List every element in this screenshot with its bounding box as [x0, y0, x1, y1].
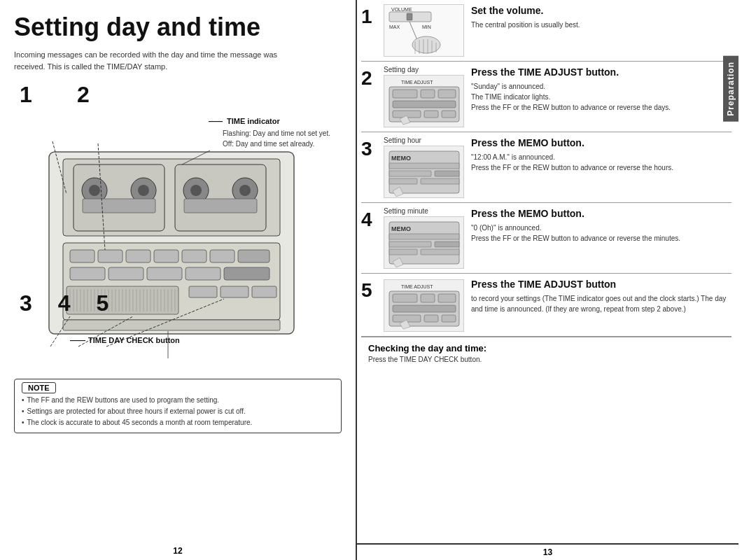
step-number-2: 2: [361, 66, 381, 88]
svg-text:MIN: MIN: [422, 24, 431, 29]
checking-desc: Press the TIME DAY CHECK button.: [368, 356, 724, 363]
svg-rect-16: [98, 250, 122, 262]
svg-point-4: [89, 185, 100, 196]
step-desc-5: to record your settings (The TIME indica…: [471, 293, 732, 314]
time-day-check-label: ——TIME DAY CHECK button: [70, 336, 180, 344]
note-box: NOTE The FF and the REW buttons are used…: [14, 379, 342, 433]
svg-rect-62: [63, 320, 280, 330]
svg-rect-104: [389, 241, 431, 247]
svg-rect-116: [424, 315, 438, 322]
checking-title: Checking the day and time:: [368, 343, 724, 354]
svg-rect-60: [220, 286, 248, 298]
page-container: Setting day and time Incoming messages c…: [0, 0, 756, 560]
note-item-2: Settings are protected for about three h…: [22, 406, 334, 417]
step-title-5: Press the TIME ADJUST button: [471, 278, 732, 290]
svg-rect-111: [393, 294, 417, 302]
svg-text:TIME ADJUST: TIME ADJUST: [401, 80, 433, 85]
svg-rect-24: [147, 267, 182, 280]
svg-rect-26: [224, 267, 270, 280]
svg-rect-90: [424, 111, 438, 118]
svg-rect-20: [210, 250, 234, 262]
svg-rect-106: [389, 249, 417, 255]
svg-rect-95: [389, 163, 459, 169]
svg-text:TIME ADJUST: TIME ADJUST: [401, 284, 433, 289]
step-title-1: Set the volume.: [471, 4, 732, 17]
page-title: Setting day and time: [14, 13, 342, 42]
svg-rect-7: [83, 199, 155, 213]
svg-rect-88: [393, 101, 456, 108]
step-content-5: Press the TIME ADJUST button to record y…: [471, 278, 732, 314]
svg-rect-59: [189, 286, 217, 298]
step-title-2: Press the TIME ADJUST button.: [471, 66, 732, 78]
note-title: NOTE: [22, 384, 334, 392]
page-number-left: 12: [173, 546, 182, 556]
step-desc-2: "Sunday" is announced. The TIME indicato…: [471, 81, 732, 113]
step-content-1: Set the volume. The central position is …: [471, 4, 732, 30]
svg-rect-13: [184, 199, 257, 213]
svg-rect-23: [108, 267, 144, 280]
note-item-1: The FF and the REW buttons are used to p…: [22, 395, 334, 406]
svg-rect-25: [186, 267, 220, 280]
svg-text:VOLUME: VOLUME: [391, 7, 412, 12]
svg-point-10: [190, 185, 202, 196]
svg-rect-91: [442, 111, 456, 118]
step-section-label-3: Setting hour: [384, 136, 464, 144]
step-number-3: 3: [361, 136, 381, 159]
step-content-3: Press the MEMO button. "12:00 A.M." is a…: [471, 136, 732, 173]
steps-container: 1 VOLUME MAX MIN: [357, 0, 738, 543]
svg-rect-85: [393, 90, 417, 98]
step-number-1: 1: [361, 4, 381, 27]
step-row-3: 3 Setting hour MEMO: [361, 132, 732, 203]
step-desc-3: "12:00 A.M." is announced. Press the FF …: [471, 152, 732, 173]
step-section-label-2: Setting day: [384, 66, 464, 74]
device-svg: [28, 110, 322, 369]
svg-rect-96: [389, 171, 431, 176]
step-title-3: Press the MEMO button.: [471, 136, 732, 149]
step-row-5: 5 TIME ADJUST: [361, 274, 732, 337]
svg-text:MEMO: MEMO: [391, 225, 411, 232]
step-content-4: Press the MEMO button. "0 (Oh)" is annou…: [471, 207, 732, 244]
step-content-2: Press the TIME ADJUST button. "Sunday" i…: [471, 66, 732, 113]
checking-section: Checking the day and time: Press the TIM…: [361, 337, 732, 366]
svg-point-6: [138, 185, 149, 196]
step-title-4: Press the MEMO button.: [471, 207, 732, 220]
device-illustration-svg: [28, 110, 322, 369]
svg-rect-86: [421, 90, 435, 98]
note-item-3: The clock is accurate to about 45 second…: [22, 417, 334, 428]
page-number-right: 13: [357, 543, 738, 560]
svg-rect-15: [70, 250, 94, 262]
label-345: 3 4 5: [20, 290, 118, 316]
svg-rect-113: [438, 294, 456, 302]
step-image-5: TIME ADJUST: [384, 279, 464, 332]
preparation-tab: Preparation: [723, 56, 738, 122]
step-row-4: 4 Setting minute MEMO: [361, 203, 732, 274]
svg-rect-97: [435, 171, 459, 176]
step-desc-1: The central position is usually best.: [471, 20, 732, 30]
svg-rect-21: [238, 250, 270, 262]
step-image-1: VOLUME MAX MIN: [384, 4, 464, 57]
step-row-2: 2 Setting day TIME ADJUST: [361, 62, 732, 132]
right-panel: Preparation 1 VOLUME MAX MIN: [357, 0, 738, 560]
svg-rect-17: [126, 250, 150, 262]
step-number-5: 5: [361, 278, 381, 300]
svg-rect-99: [421, 178, 459, 184]
svg-text:MAX: MAX: [389, 24, 400, 29]
label-2: 2: [77, 82, 90, 108]
svg-rect-19: [182, 250, 206, 262]
step-desc-4: "0 (Oh)" is announced. Press the FF or t…: [471, 223, 732, 244]
svg-rect-22: [70, 267, 105, 280]
step-number-4: 4: [361, 207, 381, 230]
svg-rect-107: [421, 249, 459, 255]
svg-rect-105: [435, 241, 459, 247]
left-panel: Setting day and time Incoming messages c…: [0, 0, 357, 560]
step-section-label-4: Setting minute: [384, 207, 464, 215]
step-image-4: MEMO: [384, 216, 464, 269]
svg-rect-87: [438, 90, 456, 98]
svg-text:MEMO: MEMO: [391, 155, 411, 162]
step-image-2: TIME ADJUST: [384, 75, 464, 127]
svg-rect-61: [252, 286, 276, 298]
svg-rect-103: [389, 234, 459, 239]
svg-rect-74: [407, 13, 412, 20]
svg-rect-114: [393, 305, 456, 312]
step-row-1: 1 VOLUME MAX MIN: [361, 0, 732, 62]
